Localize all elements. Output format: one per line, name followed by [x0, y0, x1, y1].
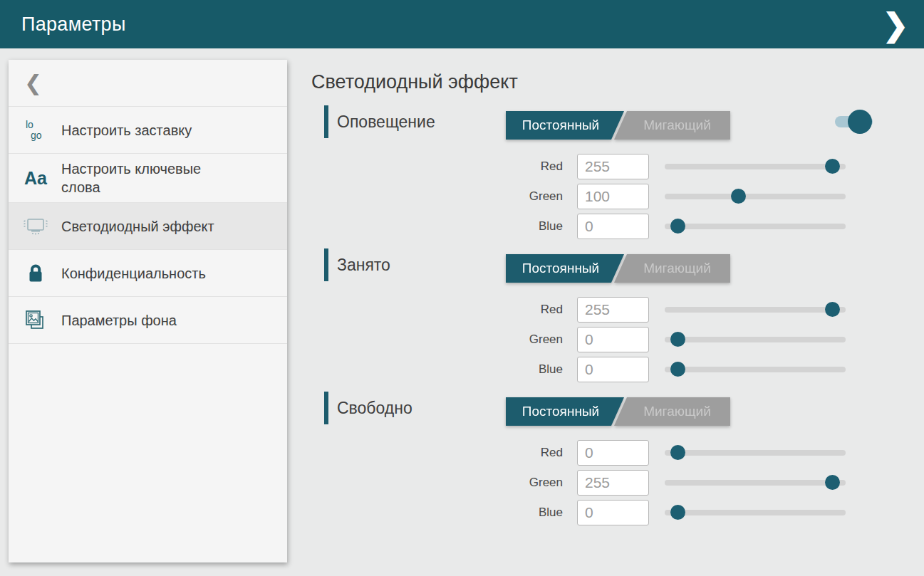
- svg-text:lo: lo: [26, 119, 33, 130]
- slider-thumb[interactable]: [670, 505, 685, 520]
- page-title: Параметры: [21, 14, 126, 36]
- section-accent-bar: [324, 105, 328, 138]
- green-slider[interactable]: [665, 327, 846, 352]
- blue-slider[interactable]: [665, 500, 846, 525]
- slider-row-blue: Blue: [311, 500, 853, 525]
- sidebar-item-label: Настроить ключевые слова: [61, 159, 225, 197]
- slider-thumb[interactable]: [670, 332, 685, 347]
- collapse-panel-icon[interactable]: ❯: [878, 0, 913, 48]
- slider-thumb[interactable]: [670, 219, 685, 234]
- slider-label: Blue: [311, 506, 563, 520]
- slider-row-red: Red: [311, 154, 853, 179]
- slider-row-green: Green: [311, 184, 853, 209]
- slider-track: [665, 337, 846, 342]
- red-slider[interactable]: [665, 297, 846, 323]
- slider-thumb[interactable]: [825, 475, 840, 490]
- mode-segmented-control: Постоянный Мигающий: [506, 111, 730, 140]
- slider-label: Red: [311, 303, 563, 317]
- slider-row-blue: Blue: [311, 214, 853, 239]
- slider-row-blue: Blue: [311, 357, 853, 382]
- section-accent-bar: [324, 392, 328, 424]
- sidebar-item-privacy[interactable]: Конфиденциальность: [9, 250, 287, 297]
- chevron-left-icon: ❮: [24, 70, 42, 95]
- lock-icon: [21, 261, 50, 286]
- sidebar-item-label: Конфиденциальность: [61, 264, 206, 283]
- content-title: Светодиодный эффект: [311, 71, 518, 93]
- slider-label: Blue: [311, 362, 563, 377]
- slider-row-green: Green: [311, 470, 853, 496]
- red-value-input[interactable]: [577, 154, 649, 179]
- green-value-input[interactable]: [577, 327, 649, 352]
- sidebar-item-label: Параметры фона: [61, 311, 177, 330]
- slider-thumb[interactable]: [825, 302, 840, 317]
- blue-value-input[interactable]: [577, 357, 649, 382]
- slider-label: Red: [311, 446, 563, 460]
- slider-thumb[interactable]: [731, 189, 746, 204]
- toggle-knob: [848, 110, 872, 134]
- blue-slider[interactable]: [665, 214, 846, 239]
- slider-track: [665, 224, 846, 229]
- mode-option-constant[interactable]: Постоянный: [506, 397, 624, 426]
- slider-track: [665, 367, 846, 372]
- slider-label: Blue: [311, 219, 563, 234]
- section-busy: Занято Постоянный Мигающий Red Green Blu…: [311, 248, 860, 391]
- green-value-input[interactable]: [577, 184, 649, 209]
- red-slider[interactable]: [665, 154, 846, 179]
- slider-thumb[interactable]: [670, 362, 685, 377]
- slider-track: [665, 480, 846, 486]
- blue-value-input[interactable]: [577, 500, 649, 525]
- svg-text:go: go: [31, 130, 42, 141]
- section-free: Свободно Постоянный Мигающий Red Green B…: [311, 392, 860, 534]
- mode-segmented-control: Постоянный Мигающий: [506, 254, 730, 283]
- alert-enabled-toggle[interactable]: [835, 116, 873, 127]
- section-alert: Оповещение Постоянный Мигающий Red Green…: [311, 105, 860, 248]
- slider-track: [665, 450, 846, 456]
- slider-track: [665, 510, 846, 515]
- blue-value-input[interactable]: [577, 214, 649, 239]
- mode-option-constant[interactable]: Постоянный: [506, 254, 624, 283]
- slider-label: Green: [311, 189, 563, 204]
- slider-row-green: Green: [311, 327, 853, 352]
- red-slider[interactable]: [665, 440, 846, 466]
- sidebar-item-splash-screen[interactable]: lo go Настроить заставку: [9, 107, 287, 154]
- slider-thumb[interactable]: [670, 445, 685, 460]
- slider-row-red: Red: [311, 440, 853, 466]
- sidebar-item-label: Светодиодный эффект: [61, 217, 214, 236]
- keywords-icon: Aa: [21, 165, 50, 191]
- red-value-input[interactable]: [577, 297, 649, 323]
- red-value-input[interactable]: [577, 440, 649, 466]
- mode-segmented-control: Постоянный Мигающий: [506, 397, 730, 426]
- slider-track: [665, 307, 846, 313]
- sidebar-item-keywords[interactable]: Aa Настроить ключевые слова: [9, 154, 287, 203]
- section-name: Оповещение: [337, 105, 435, 138]
- logo-icon: lo go: [21, 117, 50, 143]
- sidebar-item-led-effect[interactable]: Светодиодный эффект: [9, 203, 287, 250]
- green-slider[interactable]: [665, 470, 846, 496]
- slider-track: [665, 194, 846, 199]
- mode-option-blinking[interactable]: Мигающий: [614, 254, 730, 283]
- svg-text:Aa: Aa: [24, 168, 48, 188]
- sidebar-item-label: Настроить заставку: [61, 121, 192, 140]
- blue-slider[interactable]: [665, 357, 846, 382]
- led-screen-icon: [21, 214, 50, 239]
- mode-option-constant[interactable]: Постоянный: [506, 111, 624, 140]
- app-header: Параметры ❯: [0, 0, 924, 48]
- background-images-icon: [21, 308, 50, 333]
- mode-option-blinking[interactable]: Мигающий: [614, 111, 730, 140]
- slider-thumb[interactable]: [825, 159, 840, 174]
- slider-label: Green: [311, 476, 563, 490]
- sidebar-item-background[interactable]: Параметры фона: [9, 297, 287, 344]
- settings-sidebar: ❮ lo go Настроить заставку Aa Настроить …: [9, 60, 287, 562]
- slider-row-red: Red: [311, 297, 853, 323]
- green-slider[interactable]: [665, 184, 846, 209]
- sidebar-back-button[interactable]: ❮: [9, 60, 287, 107]
- green-value-input[interactable]: [577, 470, 649, 496]
- slider-label: Green: [311, 332, 563, 347]
- slider-track: [665, 164, 846, 169]
- section-name: Занято: [337, 248, 390, 281]
- mode-option-blinking[interactable]: Мигающий: [614, 397, 730, 426]
- slider-label: Red: [311, 159, 563, 174]
- section-name: Свободно: [337, 392, 412, 424]
- section-accent-bar: [324, 248, 328, 281]
